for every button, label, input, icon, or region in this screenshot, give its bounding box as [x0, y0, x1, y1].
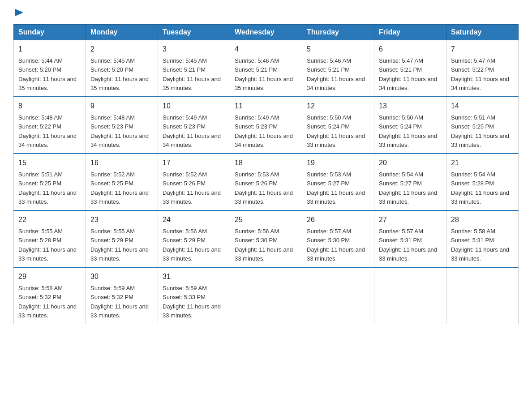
- sunrise-info: Sunrise: 5:53 AM: [235, 171, 279, 178]
- sunset-info: Sunset: 5:31 PM: [451, 237, 494, 244]
- day-number: 25: [235, 214, 297, 225]
- calendar-day-cell: 19 Sunrise: 5:53 AM Sunset: 5:27 PM Dayl…: [302, 154, 374, 210]
- daylight-info: Daylight: 11 hours and 34 minutes.: [379, 76, 437, 91]
- day-of-week-header: Thursday: [302, 25, 374, 40]
- daylight-info: Daylight: 11 hours and 34 minutes.: [235, 133, 293, 148]
- calendar-day-cell: 2 Sunrise: 5:45 AM Sunset: 5:20 PM Dayli…: [86, 40, 158, 97]
- day-of-week-header: Wednesday: [230, 25, 302, 40]
- calendar-day-cell: 26 Sunrise: 5:57 AM Sunset: 5:30 PM Dayl…: [302, 210, 374, 267]
- day-number: 27: [379, 214, 442, 225]
- calendar-day-cell: 8 Sunrise: 5:48 AM Sunset: 5:22 PM Dayli…: [14, 97, 86, 154]
- calendar-day-cell: 11 Sunrise: 5:49 AM Sunset: 5:23 PM Dayl…: [230, 97, 302, 154]
- daylight-info: Daylight: 11 hours and 34 minutes.: [451, 76, 509, 91]
- daylight-info: Daylight: 11 hours and 33 minutes.: [307, 133, 365, 148]
- sunset-info: Sunset: 5:30 PM: [307, 237, 350, 244]
- calendar-day-cell: 10 Sunrise: 5:49 AM Sunset: 5:23 PM Dayl…: [158, 97, 230, 154]
- sunset-info: Sunset: 5:26 PM: [163, 180, 206, 187]
- day-number: 19: [307, 158, 369, 168]
- sunrise-info: Sunrise: 5:59 AM: [163, 285, 207, 291]
- sunrise-info: Sunrise: 5:52 AM: [90, 171, 135, 178]
- sunset-info: Sunset: 5:21 PM: [379, 66, 422, 73]
- sunrise-info: Sunrise: 5:58 AM: [451, 228, 495, 235]
- day-number: 15: [18, 158, 81, 168]
- sunset-info: Sunset: 5:20 PM: [18, 66, 61, 73]
- daylight-info: Daylight: 11 hours and 33 minutes.: [379, 189, 437, 205]
- daylight-info: Daylight: 11 hours and 33 minutes.: [379, 246, 437, 262]
- day-number: 17: [163, 158, 225, 168]
- calendar-day-cell: 30 Sunrise: 5:59 AM Sunset: 5:32 PM Dayl…: [86, 267, 158, 324]
- daylight-info: Daylight: 11 hours and 34 minutes.: [163, 133, 221, 148]
- day-of-week-header: Sunday: [14, 25, 86, 40]
- day-number: 3: [163, 44, 225, 55]
- day-number: 1: [18, 44, 81, 55]
- sunrise-info: Sunrise: 5:51 AM: [18, 171, 63, 178]
- sunrise-info: Sunrise: 5:46 AM: [235, 57, 279, 64]
- calendar-day-cell: 18 Sunrise: 5:53 AM Sunset: 5:26 PM Dayl…: [230, 154, 302, 210]
- day-number: 11: [235, 101, 297, 111]
- day-number: 28: [451, 214, 514, 225]
- day-of-week-header: Saturday: [446, 25, 519, 40]
- day-of-week-header: Friday: [374, 25, 446, 40]
- calendar-week-row: 29 Sunrise: 5:58 AM Sunset: 5:32 PM Dayl…: [14, 267, 519, 324]
- sunset-info: Sunset: 5:32 PM: [90, 294, 133, 300]
- daylight-info: Daylight: 11 hours and 34 minutes.: [18, 133, 77, 148]
- daylight-info: Daylight: 11 hours and 33 minutes.: [379, 133, 437, 148]
- calendar-day-cell: [302, 267, 374, 324]
- sunset-info: Sunset: 5:22 PM: [18, 123, 61, 130]
- calendar-week-row: 1 Sunrise: 5:44 AM Sunset: 5:20 PM Dayli…: [14, 40, 519, 97]
- sunrise-info: Sunrise: 5:53 AM: [307, 171, 351, 178]
- day-number: 24: [163, 214, 225, 225]
- sunrise-info: Sunrise: 5:50 AM: [307, 114, 351, 121]
- sunrise-info: Sunrise: 5:52 AM: [163, 171, 207, 178]
- daylight-info: Daylight: 11 hours and 35 minutes.: [18, 76, 77, 91]
- daylight-info: Daylight: 11 hours and 33 minutes.: [163, 189, 221, 205]
- day-number: 30: [90, 271, 153, 282]
- calendar-header-row: SundayMondayTuesdayWednesdayThursdayFrid…: [14, 25, 519, 40]
- logo-arrow-icon: [14, 8, 24, 19]
- sunset-info: Sunset: 5:23 PM: [235, 123, 278, 130]
- day-number: 23: [90, 214, 153, 225]
- sunrise-info: Sunrise: 5:54 AM: [379, 171, 423, 178]
- daylight-info: Daylight: 11 hours and 33 minutes.: [163, 246, 221, 262]
- calendar-day-cell: [230, 267, 302, 324]
- sunrise-info: Sunrise: 5:57 AM: [379, 228, 423, 235]
- day-number: 6: [379, 44, 442, 55]
- logo: [13, 9, 24, 20]
- calendar-day-cell: 21 Sunrise: 5:54 AM Sunset: 5:28 PM Dayl…: [446, 154, 519, 210]
- sunset-info: Sunset: 5:29 PM: [163, 237, 206, 244]
- sunrise-info: Sunrise: 5:55 AM: [90, 228, 135, 235]
- sunrise-info: Sunrise: 5:48 AM: [90, 114, 135, 121]
- day-number: 8: [18, 101, 81, 111]
- daylight-info: Daylight: 11 hours and 33 minutes.: [163, 303, 221, 319]
- sunrise-info: Sunrise: 5:50 AM: [379, 114, 423, 121]
- sunset-info: Sunset: 5:23 PM: [90, 123, 133, 130]
- day-of-week-header: Monday: [86, 25, 158, 40]
- calendar-week-row: 8 Sunrise: 5:48 AM Sunset: 5:22 PM Dayli…: [14, 97, 519, 154]
- calendar-day-cell: 4 Sunrise: 5:46 AM Sunset: 5:21 PM Dayli…: [230, 40, 302, 97]
- calendar-day-cell: 27 Sunrise: 5:57 AM Sunset: 5:31 PM Dayl…: [374, 210, 446, 267]
- sunrise-info: Sunrise: 5:47 AM: [451, 57, 495, 64]
- day-number: 7: [451, 44, 514, 55]
- page-header: [13, 9, 519, 20]
- day-number: 31: [163, 271, 225, 282]
- sunrise-info: Sunrise: 5:58 AM: [18, 285, 63, 291]
- day-number: 4: [235, 44, 297, 55]
- sunrise-info: Sunrise: 5:55 AM: [18, 228, 63, 235]
- sunset-info: Sunset: 5:27 PM: [379, 180, 422, 187]
- day-number: 10: [163, 101, 225, 111]
- calendar-day-cell: 25 Sunrise: 5:56 AM Sunset: 5:30 PM Dayl…: [230, 210, 302, 267]
- sunset-info: Sunset: 5:23 PM: [163, 123, 206, 130]
- sunset-info: Sunset: 5:24 PM: [307, 123, 350, 130]
- day-number: 5: [307, 44, 369, 55]
- sunrise-info: Sunrise: 5:51 AM: [451, 114, 495, 121]
- day-number: 29: [18, 271, 81, 282]
- calendar-day-cell: 7 Sunrise: 5:47 AM Sunset: 5:22 PM Dayli…: [446, 40, 519, 97]
- sunset-info: Sunset: 5:21 PM: [235, 66, 278, 73]
- calendar-day-cell: [446, 267, 519, 324]
- daylight-info: Daylight: 11 hours and 33 minutes.: [18, 189, 77, 205]
- daylight-info: Daylight: 11 hours and 33 minutes.: [90, 189, 149, 205]
- calendar-day-cell: 3 Sunrise: 5:45 AM Sunset: 5:21 PM Dayli…: [158, 40, 230, 97]
- day-number: 16: [90, 158, 153, 168]
- calendar-day-cell: 15 Sunrise: 5:51 AM Sunset: 5:25 PM Dayl…: [14, 154, 86, 210]
- sunset-info: Sunset: 5:25 PM: [451, 123, 494, 130]
